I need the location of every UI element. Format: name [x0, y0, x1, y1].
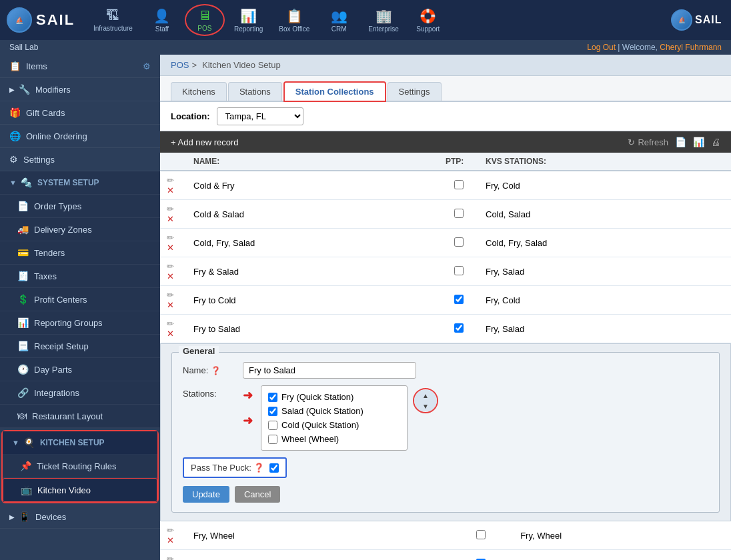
station-order-arrows: ▲ ▼	[413, 388, 438, 413]
order-types-icon: 📄	[17, 201, 29, 211]
sidebar-item-delivery-zones[interactable]: 🚚 Delivery Zones	[0, 218, 160, 241]
system-setup-header[interactable]: ▼ 🔩 System Setup	[0, 171, 160, 195]
refresh-button[interactable]: ↻ Refresh	[628, 137, 668, 147]
nav-support[interactable]: 🛟 Support	[408, 4, 448, 37]
edit-row-icon[interactable]: ✏	[167, 175, 174, 185]
print-button[interactable]: 🖨	[711, 137, 720, 147]
sidebar-item-giftcards[interactable]: 🎁 Gift Cards	[0, 101, 160, 125]
sail-logo[interactable]: ⛵ SAIL	[7, 5, 87, 35]
station-checkbox[interactable]	[268, 435, 277, 444]
sidebar-item-settings[interactable]: ⚙ Settings	[0, 148, 160, 171]
nav-reporting[interactable]: 📊 Reporting	[227, 4, 269, 37]
kitchen-setup-header[interactable]: ▼ 🍳 Kitchen Setup	[3, 431, 157, 455]
ptp-cell-checkbox[interactable]	[454, 323, 464, 333]
delete-row-icon[interactable]: ✕	[167, 300, 174, 310]
sidebar-item-tenders[interactable]: 💳 Tenders	[0, 241, 160, 265]
station-checkbox[interactable]	[268, 393, 277, 402]
ptp-cell-checkbox[interactable]	[476, 530, 486, 539]
nav-staff[interactable]: 👤 Staff	[142, 4, 182, 37]
user-info: Log Out | Welcome, Cheryl Fuhrmann	[587, 43, 722, 52]
sidebar-item-kitchen-video[interactable]: 📺 Kitchen Video	[3, 478, 157, 502]
devices-arrow: ▶	[9, 513, 15, 521]
station-down-button[interactable]: ▼	[414, 401, 437, 411]
sidebar-item-receipt-setup[interactable]: 📃 Receipt Setup	[0, 335, 160, 358]
cell-kvs: Cold, Fry, Salad	[479, 229, 731, 257]
restaurant-layout-icon: 🍽	[17, 411, 27, 421]
nav-pos[interactable]: 🖥 POS	[185, 4, 225, 36]
ptp-cell-checkbox[interactable]	[454, 180, 464, 189]
data-table: NAME: PTP: KVS STATIONS: ✏ ✕ Cold & Fry …	[160, 153, 731, 343]
breadcrumb-sep: >	[191, 60, 197, 70]
sidebar-item-reporting-groups[interactable]: 📊 Reporting Groups	[0, 311, 160, 335]
ptp-help-icon[interactable]: ❓	[253, 463, 264, 473]
add-new-record-button[interactable]: + Add new record	[171, 137, 239, 147]
giftcards-icon: 🎁	[9, 107, 21, 118]
sidebar-item-modifiers[interactable]: ▶ 🔧 Modifiers	[0, 78, 160, 101]
name-input[interactable]	[243, 362, 416, 379]
edit-row-icon[interactable]: ✏	[167, 525, 174, 535]
sidebar-item-devices[interactable]: ▶ 📱 Devices	[0, 505, 160, 529]
tab-station-collections[interactable]: Station Collections	[283, 81, 386, 102]
station-label: Cold (Quick Station)	[281, 420, 359, 430]
nav-crm[interactable]: 👥 CRM	[319, 4, 359, 37]
sidebar-item-integrations[interactable]: 🔗 Integrations	[0, 381, 160, 405]
station-checkbox[interactable]	[268, 407, 277, 416]
tab-kitchens[interactable]: Kitchens	[171, 82, 227, 101]
delete-row-icon[interactable]: ✕	[167, 214, 174, 224]
delete-row-icon[interactable]: ✕	[167, 271, 174, 281]
sidebar-item-restaurant-layout[interactable]: 🍽 Restaurant Layout	[0, 405, 160, 428]
station-checkbox[interactable]	[268, 421, 277, 430]
delete-row-icon[interactable]: ✕	[167, 185, 174, 195]
delete-row-icon[interactable]: ✕	[167, 329, 174, 339]
right-logo-circle: ⛵	[671, 9, 692, 31]
tab-settings[interactable]: Settings	[388, 82, 442, 101]
sidebar-item-day-parts[interactable]: 🕐 Day Parts	[0, 358, 160, 381]
station-item: Wheel (Wheel)	[268, 432, 400, 446]
logout-link[interactable]: Log Out	[587, 43, 616, 52]
edit-row-icon[interactable]: ✏	[167, 554, 174, 560]
edit-row-icon[interactable]: ✏	[167, 233, 174, 243]
ptp-cell-checkbox[interactable]	[454, 266, 464, 275]
profit-centers-icon: 💲	[17, 294, 29, 305]
ptp-cell-checkbox[interactable]	[454, 237, 464, 247]
station-up-button[interactable]: ▲	[414, 390, 437, 401]
nav-boxoffice[interactable]: 📋 Box Office	[272, 4, 316, 37]
sidebar-item-online-ordering[interactable]: 🌐 Online Ordering	[0, 125, 160, 148]
sidebar-item-profit-centers[interactable]: 💲 Profit Centers	[0, 288, 160, 311]
edit-row-icon[interactable]: ✏	[167, 204, 174, 214]
username-link[interactable]: Cheryl Fuhrmann	[660, 43, 722, 52]
delete-row-icon[interactable]: ✕	[167, 535, 174, 545]
filter-icon[interactable]: ⚙	[143, 61, 151, 71]
sidebar-item-ticket-routing[interactable]: 📌 Ticket Routing Rules	[3, 455, 157, 478]
table-row: ✏ ✕ Cold, Fry, Salad Cold, Fry, Salad	[160, 229, 731, 257]
ptp-checkbox[interactable]	[269, 463, 279, 473]
edit-row-icon[interactable]: ✏	[167, 319, 174, 329]
cancel-button[interactable]: Cancel	[235, 486, 280, 503]
ptp-cell-checkbox[interactable]	[454, 209, 464, 218]
update-button[interactable]: Update	[183, 486, 229, 503]
col-kvs: KVS STATIONS:	[479, 153, 731, 171]
cell-ptp	[439, 229, 479, 257]
cell-name: Cold, Fry, Salad	[187, 229, 439, 257]
table-row: ✏ ✕ Cold & Salad Cold, Salad	[160, 200, 731, 229]
delete-row-icon[interactable]: ✕	[167, 243, 174, 253]
nav-enterprise[interactable]: 🏢 Enterprise	[361, 4, 406, 37]
location-select[interactable]: Tampa, FL	[217, 107, 303, 125]
sidebar-item-order-types[interactable]: 📄 Order Types	[0, 195, 160, 218]
welcome-prefix: Welcome,	[622, 43, 658, 52]
ptp-cell-checkbox[interactable]	[454, 295, 464, 304]
tab-stations[interactable]: Stations	[228, 82, 282, 101]
sidebar-item-taxes[interactable]: 🧾 Taxes	[0, 265, 160, 288]
right-logo: ⛵ SAIL	[671, 7, 724, 33]
edit-row-icon[interactable]: ✏	[167, 290, 174, 300]
stations-label: Stations:	[183, 385, 243, 399]
export-excel-button[interactable]: 📄	[675, 137, 686, 147]
support-icon: 🛟	[420, 8, 436, 24]
edit-row-icon[interactable]: ✏	[167, 261, 174, 271]
nav-infrastructure[interactable]: 🏗 Infrastructure	[87, 4, 139, 36]
breadcrumb-pos[interactable]: POS	[171, 60, 189, 70]
name-help-icon[interactable]: ❓	[211, 366, 221, 375]
sidebar-item-items[interactable]: 📋 Items ⚙	[0, 55, 160, 78]
export-csv-button[interactable]: 📊	[693, 137, 704, 147]
breadcrumb-page: Kitchen Video Setup	[202, 60, 281, 70]
